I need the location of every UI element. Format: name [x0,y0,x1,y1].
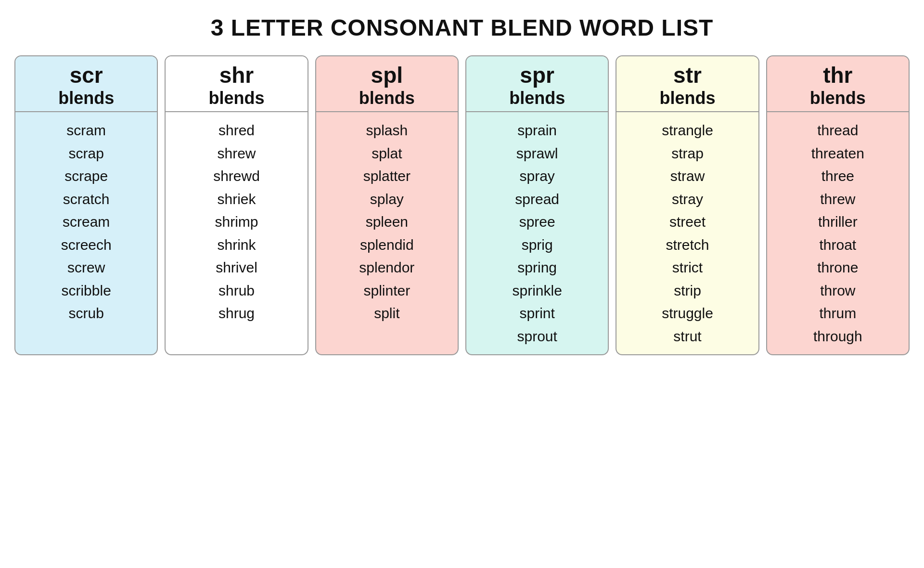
blends-sublabel-scr: blends [19,88,153,108]
list-item: throw [820,280,855,301]
blends-sublabel-shr: blends [169,88,303,108]
list-item: splinter [363,280,410,301]
header-spl: splblends [316,56,458,112]
list-item: sprout [517,326,557,347]
words-list-scr: scramscrapscrapescratchscreamscreechscre… [15,112,157,354]
list-item: shrug [218,303,255,324]
list-item: sprint [519,303,554,324]
list-item: shrew [217,143,256,164]
words-list-str: stranglestrapstrawstraystreetstretchstri… [616,112,758,354]
list-item: spread [515,189,559,210]
list-item: sprawl [516,143,558,164]
blends-sublabel-str: blends [620,88,754,108]
list-item: thread [817,120,858,141]
list-item: splatter [363,166,411,187]
words-list-spr: sprainsprawlsprayspreadspreesprigsprings… [466,112,608,354]
list-item: strict [672,257,703,278]
blends-sublabel-spl: blends [320,88,454,108]
list-item: throne [817,257,858,278]
list-item: stretch [666,234,709,256]
list-item: shrink [217,234,256,256]
list-item: strut [673,326,701,347]
blend-label-shr: shr [169,62,303,88]
header-scr: scrblends [15,56,157,112]
list-item: scribble [61,280,111,301]
list-item: shrivel [216,257,257,278]
list-item: shred [218,120,255,141]
list-item: threw [820,189,855,210]
list-item: scram [66,120,106,141]
list-item: straw [670,166,705,187]
list-item: splay [370,189,404,210]
list-item: sprig [522,234,553,256]
list-item: scrape [64,166,108,187]
list-item: scrap [68,143,103,164]
list-item: scream [63,211,110,232]
blend-label-scr: scr [19,62,153,88]
list-item: sprain [517,120,557,141]
list-item: split [374,303,399,324]
header-str: strblends [616,56,758,112]
list-item: strangle [662,120,713,141]
list-item: spray [519,166,554,187]
list-item: struggle [662,303,713,324]
words-list-spl: splashsplatsplattersplayspleensplendidsp… [316,112,458,354]
blends-sublabel-spr: blends [470,88,604,108]
list-item: stray [672,189,703,210]
list-item: spree [519,211,555,232]
list-item: splash [366,120,408,141]
list-item: sprinkle [512,280,562,301]
blend-label-str: str [620,62,754,88]
list-item: screech [61,234,112,256]
header-spr: sprblends [466,56,608,112]
list-item: splendor [359,257,414,278]
list-item: strap [671,143,704,164]
blend-label-thr: thr [771,62,905,88]
column-spl: splblendssplashsplatsplattersplayspleens… [315,55,459,355]
header-thr: thrblends [767,56,909,112]
column-str: strblendsstranglestrapstrawstraystreetst… [616,55,759,355]
header-shr: shrblends [166,56,307,112]
list-item: thrum [819,303,856,324]
blend-label-spl: spl [320,62,454,88]
list-item: three [821,166,854,187]
column-spr: sprblendssprainsprawlsprayspreadspreespr… [465,55,609,355]
words-list-thr: threadthreatenthreethrewthrillerthroatth… [767,112,909,354]
list-item: shrewd [213,166,260,187]
list-item: street [669,211,706,232]
list-item: shrimp [215,211,258,232]
list-item: strip [674,280,701,301]
list-item: splat [372,143,402,164]
list-item: scrub [68,303,103,324]
list-item: spring [517,257,557,278]
list-item: splendid [360,234,414,256]
list-item: thriller [818,211,858,232]
page-title: 3 LETTER CONSONANT BLEND WORD LIST [211,14,714,41]
list-item: scratch [63,189,110,210]
list-item: screw [67,257,105,278]
blend-label-spr: spr [470,62,604,88]
list-item: throat [819,234,856,256]
list-item: through [813,326,862,347]
list-item: shrub [218,280,255,301]
list-item: threaten [811,143,864,164]
column-shr: shrblendsshredshrewshrewdshriekshrimpshr… [165,55,308,355]
blend-grid: scrblendsscramscrapscrapescratchscreamsc… [14,55,910,355]
list-item: shriek [217,189,256,210]
list-item: spleen [366,211,408,232]
words-list-shr: shredshrewshrewdshriekshrimpshrinkshrive… [166,112,307,354]
blends-sublabel-thr: blends [771,88,905,108]
column-scr: scrblendsscramscrapscrapescratchscreamsc… [14,55,158,355]
column-thr: thrblendsthreadthreatenthreethrewthrille… [766,55,910,355]
